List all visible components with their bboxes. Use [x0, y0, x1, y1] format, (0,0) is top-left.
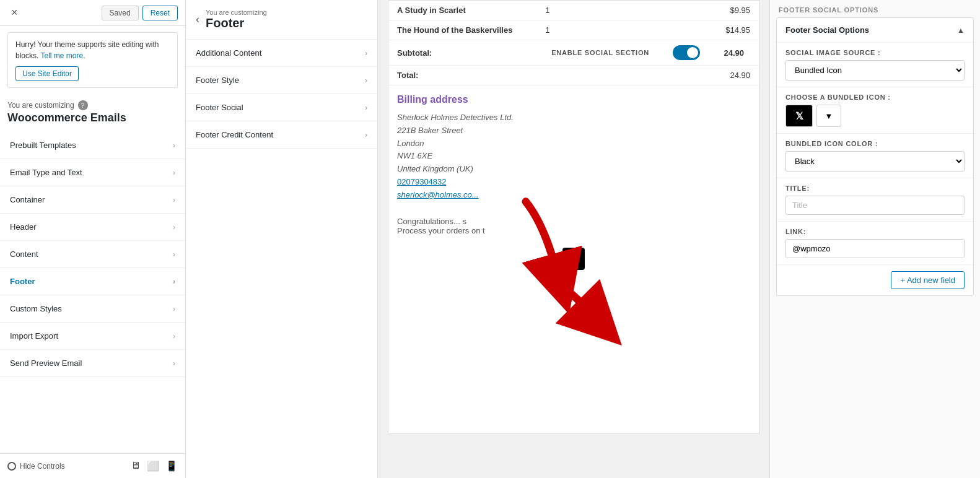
- middle-nav-additional-content[interactable]: Additional Content ›: [186, 40, 377, 67]
- site-editor-button[interactable]: Use Site Editor: [15, 66, 79, 81]
- desktop-view-icon[interactable]: 🖥: [131, 460, 141, 472]
- subtotal-value: ENABLE SOCIAL SECTION 24.90: [536, 40, 759, 66]
- social-image-source-select[interactable]: Bundled Icon Custom Image: [785, 60, 965, 80]
- sidebar-item-prebuilt-templates[interactable]: Prebuilt Templates ›: [0, 132, 185, 159]
- bundled-icon-color-label: BUNDLED ICON COLOR :: [785, 140, 965, 147]
- back-button[interactable]: ‹: [196, 13, 199, 26]
- billing-section: Billing address Sherlock Holmes Detectiv…: [388, 85, 759, 211]
- right-section-label: FOOTER SOCIAL OPTIONS: [770, 0, 980, 17]
- x-social-icon: 𝕏: [562, 248, 585, 270]
- customizing-label: You are customizing ?: [0, 94, 185, 111]
- chevron-right-icon: ›: [173, 332, 175, 341]
- tablet-view-icon[interactable]: ⬜: [147, 460, 159, 472]
- top-bar: × Saved Reset: [0, 0, 185, 26]
- sidebar: × Saved Reset Hurry! Your theme supports…: [0, 0, 186, 478]
- mobile-view-icon[interactable]: 📱: [165, 460, 178, 472]
- title-label: TITLE:: [785, 185, 965, 192]
- sidebar-item-custom-styles[interactable]: Custom Styles ›: [0, 295, 185, 323]
- content-area: A Study in Scarlet 1 $9.95 The Hound of …: [378, 0, 980, 478]
- product-price: $9.95: [613, 1, 759, 20]
- product-name: The Hound of the Baskervilles: [388, 20, 536, 40]
- add-field-button[interactable]: + Add new field: [891, 271, 965, 289]
- product-qty: 1: [536, 20, 613, 40]
- sidebar-item-import-export[interactable]: Import Export ›: [0, 323, 185, 350]
- chevron-right-icon: ›: [173, 359, 175, 368]
- total-row: Total: 24.90: [388, 66, 759, 85]
- chevron-right-icon: ›: [173, 196, 175, 204]
- customizing-label-text: You are customizing: [7, 101, 74, 110]
- middle-header-content: You are customizing Footer: [206, 9, 267, 30]
- nav-label: Content: [10, 250, 38, 259]
- product-qty: 1: [536, 1, 613, 20]
- sidebar-item-header[interactable]: Header ›: [0, 214, 185, 241]
- link-input[interactable]: [785, 239, 965, 258]
- view-icons: 🖥 ⬜ 📱: [131, 460, 178, 472]
- billing-title: Billing address: [397, 94, 750, 105]
- billing-email[interactable]: sherlock@holmes.co...: [397, 190, 479, 199]
- sidebar-nav: Prebuilt Templates › Email Type and Text…: [0, 132, 185, 453]
- middle-header-sub: You are customizing: [206, 9, 267, 16]
- footer-icons-area: 𝕏: [388, 241, 759, 276]
- congrats-text: Congratulations... s Process your orders…: [388, 211, 759, 241]
- bundled-icon-preview: 𝕏: [785, 105, 813, 127]
- footer-social-options-header[interactable]: Footer Social Options ▲: [777, 18, 973, 43]
- nav-label: Container: [10, 195, 45, 204]
- total-label: Total:: [388, 66, 536, 85]
- billing-phone: 02079304832: [397, 177, 447, 186]
- panel-title: Footer Social Options: [785, 25, 869, 35]
- social-image-source-label: SOCIAL IMAGE SOURCE :: [785, 49, 965, 56]
- subtotal-amount: 24.90: [724, 48, 744, 58]
- close-button[interactable]: ×: [7, 5, 22, 20]
- table-row: A Study in Scarlet 1 $9.95: [388, 1, 759, 20]
- nav-label: Import Export: [10, 331, 58, 341]
- chevron-right-icon: ›: [173, 277, 175, 286]
- middle-nav: Additional Content › Footer Style › Foot…: [186, 40, 377, 478]
- middle-header-title: Footer: [206, 16, 267, 30]
- add-field-row: + Add new field: [777, 265, 973, 295]
- middle-nav-footer-credit[interactable]: Footer Credit Content ›: [186, 121, 377, 149]
- bundled-icon-color-field: BUNDLED ICON COLOR : Black White Origina…: [777, 134, 973, 178]
- chevron-right-icon: ›: [173, 168, 175, 177]
- middle-panel: ‹ You are customizing Footer Additional …: [186, 0, 378, 478]
- nav-label: Custom Styles: [10, 304, 62, 313]
- middle-nav-footer-style[interactable]: Footer Style ›: [186, 67, 377, 94]
- table-row: The Hound of the Baskervilles 1 $14.95: [388, 20, 759, 40]
- choose-bundled-icon-field: CHOOSE A BUNDLED ICON : 𝕏 ▼: [777, 87, 973, 134]
- sidebar-item-content[interactable]: Content ›: [0, 241, 185, 268]
- social-image-source-field: SOCIAL IMAGE SOURCE : Bundled Icon Custo…: [777, 43, 973, 87]
- sidebar-item-send-preview[interactable]: Send Preview Email ›: [0, 350, 185, 377]
- notice-box: Hurry! Your theme supports site editing …: [7, 32, 178, 88]
- chevron-right-icon: ›: [365, 103, 367, 112]
- customizing-title: Woocommerce Emails: [0, 111, 185, 132]
- middle-nav-footer-social[interactable]: Footer Social ›: [186, 94, 377, 121]
- nav-label: Footer Credit Content: [196, 130, 273, 139]
- sidebar-item-footer[interactable]: Footer ›: [0, 268, 185, 295]
- nav-label: Prebuilt Templates: [10, 141, 76, 150]
- top-actions: Saved Reset: [102, 6, 178, 20]
- nav-label: Email Type and Text: [10, 168, 82, 177]
- product-name: A Study in Scarlet: [388, 1, 536, 20]
- sidebar-bottom: Hide Controls 🖥 ⬜ 📱: [0, 453, 185, 478]
- reset-button[interactable]: Reset: [142, 6, 178, 20]
- help-icon[interactable]: ?: [78, 100, 88, 110]
- total-value: 24.90: [536, 66, 759, 85]
- chevron-right-icon: ›: [173, 223, 175, 232]
- chevron-right-icon: ›: [173, 141, 175, 150]
- nav-label: Additional Content: [196, 48, 261, 58]
- enable-social-label: ENABLE SOCIAL SECTION: [551, 49, 649, 56]
- chevron-right-icon: ›: [173, 305, 175, 313]
- chevron-right-icon: ›: [365, 49, 367, 58]
- middle-header: ‹ You are customizing Footer: [186, 0, 377, 40]
- enable-social-toggle[interactable]: [673, 45, 700, 60]
- notice-link[interactable]: Tell me more: [40, 51, 83, 60]
- nav-label: Header: [10, 222, 37, 232]
- title-input[interactable]: [785, 196, 965, 215]
- icon-picker-dropdown[interactable]: ▼: [816, 105, 841, 127]
- sidebar-item-email-type[interactable]: Email Type and Text ›: [0, 159, 185, 186]
- billing-address: Sherlock Holmes Detectives Ltd. 221B Bak…: [397, 111, 750, 202]
- chevron-right-icon: ›: [365, 131, 367, 139]
- bundled-icon-color-select[interactable]: Black White Original: [785, 151, 965, 172]
- link-field: LINK:: [777, 222, 973, 265]
- hide-controls-button[interactable]: Hide Controls: [7, 462, 65, 471]
- sidebar-item-container[interactable]: Container ›: [0, 186, 185, 214]
